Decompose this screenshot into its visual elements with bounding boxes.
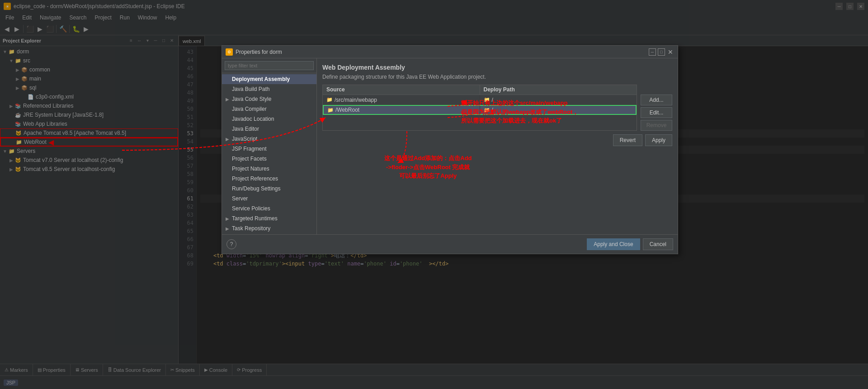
th-source: Source [323,85,480,95]
nav-arrow-targetedruntimes: ▶ [226,216,231,221]
table-row-area: Source Deploy Path 📁 /src/main/webapp [322,85,672,131]
nav-item-javaeditor[interactable]: Java Editor [222,124,316,134]
modal-close-button[interactable]: ✕ [667,48,674,56]
nav-list: Deployment Assembly Java Build Path ▶ Ja… [222,73,316,234]
modal-title: Properties for dorm [236,49,649,55]
td-source-webapp: 📁 /src/main/webapp [323,95,480,104]
nav-label-taskrepo: Task Repository [232,225,270,232]
modal-minimize-button[interactable]: ─ [649,48,656,56]
nav-label-projectnatures: Project Natures [232,166,269,172]
nav-label-server: Server [232,195,248,202]
nav-item-servicepolicies[interactable]: Service Policies [222,204,316,213]
modal-bottom-right: Apply and Close Cancel [587,238,673,250]
nav-label-servicepolicies: Service Policies [232,205,270,212]
nav-item-javascript[interactable]: ▶ JavaScript [222,134,316,144]
modal-icon: ⚙ [226,48,233,56]
nav-item-taskrepo[interactable]: ▶ Task Repository [222,223,316,233]
nav-label-javacompiler: Java Compiler [232,106,267,112]
th-deploy: Deploy Path [480,85,637,95]
nav-label-javadoc: Javadoc Location [232,116,274,122]
nav-item-javacodestyle[interactable]: ▶ Java Code Style [222,94,316,104]
nav-label-javascript: JavaScript [232,136,257,142]
remove-button[interactable]: Remove [641,120,672,131]
revert-button[interactable]: Revert [613,134,642,146]
nav-label-targetedruntimes: Targeted Runtimes [232,215,278,222]
modal-overlay: ⚙ Properties for dorm ─ □ ✕ Deployment A… [0,0,868,389]
apply-close-button[interactable]: Apply and Close [587,238,640,250]
nav-label-rundebugsettings: Run/Debug Settings [232,185,280,192]
nav-label-deployment: Deployment Assembly [232,76,290,82]
table-row-webroot[interactable]: 📁 /WebRoot 📁 / [323,105,637,115]
nav-item-jspfragment[interactable]: JSP Fragment [222,144,316,154]
td-deploy-webroot-text: / [492,107,493,113]
modal-maximize-button[interactable]: □ [658,48,665,56]
nav-label-javacodestyle: Java Code Style [232,96,271,102]
help-button[interactable]: ? [226,239,236,249]
edit-button[interactable]: Edit... [641,107,672,118]
nav-item-server[interactable]: Server [222,194,316,204]
nav-label-javaeditor: Java Editor [232,126,259,132]
folder-icon-row2: 📁 [327,107,334,113]
nav-arrow-taskrepo: ▶ [226,226,231,231]
nav-item-javabuildpath[interactable]: Java Build Path [222,84,316,94]
td-deploy-webapp-text: / [492,97,493,103]
modal-bottom-row: ? Apply and Close Cancel [222,234,678,254]
content-panel: Web Deployment Assembly Define packaging… [317,58,678,234]
td-source-webapp-text: /src/main/webapp [335,97,377,103]
td-source-webroot-text: /WebRoot [335,107,359,113]
table-body: 📁 /src/main/webapp 📁 / [323,95,637,130]
folder-icon-deploy1: 📁 [484,97,490,103]
action-buttons: Add... Edit... Remove [641,95,672,131]
nav-item-javadoc[interactable]: Javadoc Location [222,114,316,124]
cancel-button[interactable]: Cancel [643,238,673,250]
table-row-webapp[interactable]: 📁 /src/main/webapp 📁 / [323,95,637,105]
table-header: Source Deploy Path [323,85,637,95]
nav-filter-input[interactable] [225,61,314,70]
nav-item-projectreferences[interactable]: Project References [222,174,316,184]
nav-label-projectreferences: Project References [232,176,278,182]
nav-label-projectfacets: Project Facets [232,156,267,162]
nav-label-javabuildpath: Java Build Path [232,86,269,92]
content-title: Web Deployment Assembly [322,64,672,71]
revert-apply-row: Revert Apply [322,134,672,146]
content-desc: Define packaging structure for this Java… [322,74,672,80]
folder-icon-deploy2: 📁 [484,107,490,113]
nav-item-projectfacets[interactable]: Project Facets [222,154,316,164]
nav-item-rundebugsettings[interactable]: Run/Debug Settings [222,184,316,194]
modal-title-bar: ⚙ Properties for dorm ─ □ ✕ [222,46,678,58]
nav-item-javacompiler[interactable]: Java Compiler [222,104,316,114]
nav-filter [222,58,316,73]
modal-dialog: ⚙ Properties for dorm ─ □ ✕ Deployment A… [222,45,678,254]
nav-arrow-javacodestyle: ▶ [226,97,231,102]
nav-panel: Deployment Assembly Java Build Path ▶ Ja… [222,58,317,234]
assembly-table: Source Deploy Path 📁 /src/main/webapp [322,85,637,131]
folder-icon-row1: 📁 [326,97,333,103]
td-deploy-webapp: 📁 / [480,95,637,104]
nav-arrow-javascript: ▶ [226,137,231,142]
nav-item-projectnatures[interactable]: Project Natures [222,164,316,174]
td-source-webroot: 📁 /WebRoot [324,106,480,114]
nav-item-targetedruntimes[interactable]: ▶ Targeted Runtimes [222,213,316,223]
modal-bottom-left: ? [226,239,236,249]
add-button[interactable]: Add... [641,95,672,105]
nav-item-deployment[interactable]: Deployment Assembly [222,74,316,84]
nav-label-jspfragment: JSP Fragment [232,146,266,152]
apply-button[interactable]: Apply [645,134,672,146]
td-deploy-webroot: 📁 / [480,106,636,114]
modal-body: Deployment Assembly Java Build Path ▶ Ja… [222,58,678,234]
